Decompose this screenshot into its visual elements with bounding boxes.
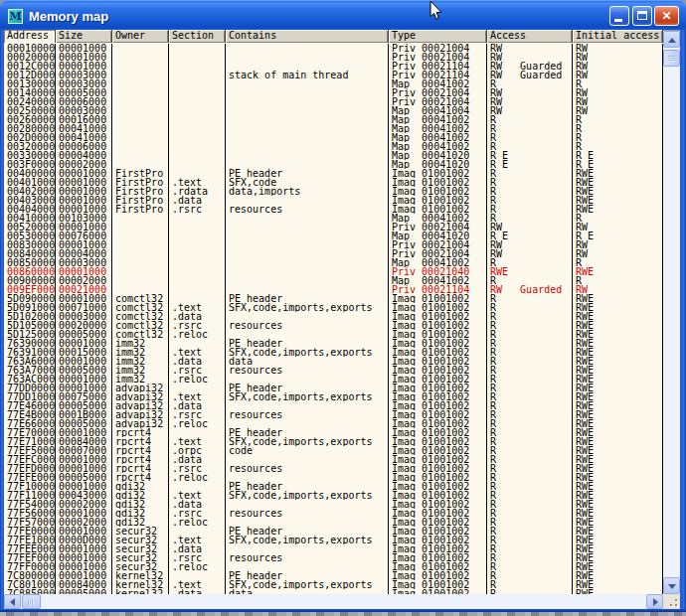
- vertical-scrollbar[interactable]: [663, 31, 680, 594]
- table-row[interactable]: 77E4B0000001B000advapi32.rsrcresourcesIm…: [4, 410, 663, 419]
- table-row[interactable]: 0024000000006000Priv 00021004RWRW: [4, 97, 663, 106]
- table-row[interactable]: 0090000000002000Map 00041002RR: [4, 276, 663, 285]
- cell-size: 00001000: [56, 482, 112, 491]
- table-row[interactable]: 5D09100000071000comctl32.textSFX,code,im…: [4, 303, 663, 312]
- table-row[interactable]: 77F5400000002000gdi32.dataImag 01001002R…: [4, 500, 663, 509]
- table-row[interactable]: 0086000000001000Priv 00021040RWERWE: [4, 267, 663, 276]
- column-header-section[interactable]: Section: [169, 30, 226, 43]
- table-row[interactable]: 0084000000004000Priv 00021004RWRW: [4, 249, 663, 258]
- vertical-scroll-thumb[interactable]: [663, 50, 680, 67]
- table-row[interactable]: 77EFE00000005000rpcrt4.relocImag 0100100…: [4, 473, 663, 482]
- table-row[interactable]: 0001000000001000Priv 00021004RWRW: [4, 44, 663, 53]
- table-row[interactable]: 5D10500000020000comctl32.rsrcresourcesIm…: [4, 321, 663, 330]
- table-row[interactable]: 7639100000015000imm32.textSFX,code,impor…: [4, 348, 663, 357]
- column-header-owner[interactable]: Owner: [112, 30, 169, 43]
- minimize-button[interactable]: [609, 6, 629, 26]
- table-row[interactable]: 77FE000000001000secur32PE headerImag 010…: [4, 527, 663, 536]
- table-row[interactable]: 763AC00000001000imm32.relocImag 01001002…: [4, 375, 663, 384]
- table-row[interactable]: 0052000000001000Priv 00021004RWRW: [4, 223, 663, 231]
- table-row[interactable]: 0040200000001000FirstPro.rdatadata,impor…: [4, 187, 663, 196]
- table-row[interactable]: 77E7000000001000rpcrt4PE headerImag 0100…: [4, 428, 663, 437]
- cell-size: 00005000: [56, 330, 112, 339]
- column-header-contains[interactable]: Contains: [226, 30, 389, 43]
- table-row[interactable]: 77DD100000075000advapi32.textSFX,code,im…: [4, 392, 663, 401]
- resize-grip[interactable]: [663, 594, 680, 609]
- table-row[interactable]: 0013000000003000Map 00041002RR: [4, 79, 663, 88]
- table-row[interactable]: 0014000000005000Priv 00021004RWRW: [4, 88, 663, 97]
- cell-owner: [112, 142, 169, 151]
- cell-initial-access: RWE: [573, 518, 663, 527]
- cell-size: 00076000: [56, 231, 112, 240]
- table-row[interactable]: 0040100000001000FirstPro.textSFX,codeIma…: [4, 178, 663, 187]
- close-icon: ✕: [661, 9, 671, 23]
- maximize-icon: [637, 11, 647, 20]
- table-row[interactable]: 77F1100000043000gdi32.textSFX,code,impor…: [4, 491, 663, 500]
- table-row[interactable]: 7C80100000084000kernel32.textSFX,code,im…: [4, 580, 663, 589]
- cell-type: Priv 00021004: [389, 223, 487, 231]
- table-row[interactable]: 0026000000016000Map 00041002RR: [4, 115, 663, 124]
- horizontal-scroll-thumb[interactable]: [22, 594, 41, 609]
- table-row[interactable]: 0041000000103000Map 00041002RR: [4, 214, 663, 223]
- table-row[interactable]: 5D10200000003000comctl32.dataImag 010010…: [4, 312, 663, 321]
- cell-initial-access: RWE: [573, 580, 663, 589]
- scroll-up-button[interactable]: [663, 31, 680, 48]
- table-row[interactable]: 0032000000006000Map 00041002RR: [4, 142, 663, 151]
- table-row[interactable]: 5D09000000001000comctl32PE headerImag 01…: [4, 294, 663, 303]
- table-row[interactable]: 5D12500000005000comctl32.relocImag 01001…: [4, 330, 663, 339]
- scroll-down-button[interactable]: [663, 577, 680, 594]
- table-row[interactable]: 77F1000000001000gdi32PE headerImag 01001…: [4, 482, 663, 491]
- column-header-size[interactable]: Size: [56, 30, 112, 43]
- table-row[interactable]: 77F5600000001000gdi32.rsrcresourcesImag …: [4, 509, 663, 518]
- close-button[interactable]: ✕: [654, 6, 679, 26]
- table-row[interactable]: 0040400000001000FirstPro.rsrcresourcesIm…: [4, 205, 663, 214]
- cell-contains: [226, 249, 389, 258]
- cell-contains: [226, 223, 389, 231]
- table-row[interactable]: 0040300000001000FirstPro.dataImag 010010…: [4, 196, 663, 205]
- table-row[interactable]: 77DD000000001000advapi32PE headerImag 01…: [4, 384, 663, 392]
- cell-owner: advapi32: [112, 410, 169, 419]
- table-row[interactable]: 0012C00000001000Priv 00021104RW GuardedR…: [4, 62, 663, 71]
- column-header-address[interactable]: Address: [4, 30, 56, 43]
- table-row[interactable]: 77E6600000005000advapi32.relocImag 01001…: [4, 419, 663, 428]
- table-row[interactable]: 0083000000001000Priv 00021004RWRW: [4, 240, 663, 249]
- horizontal-scrollbar[interactable]: [4, 594, 663, 609]
- table-row[interactable]: 77F5700000002000gdi32.relocImag 01001002…: [4, 518, 663, 527]
- table-row[interactable]: 77EFC00000001000rpcrt4.dataImag 01001002…: [4, 455, 663, 464]
- cell-contains: [226, 285, 389, 294]
- column-header-type[interactable]: Type: [389, 30, 487, 43]
- table-row[interactable]: 002D000000041000Map 00041002RR: [4, 133, 663, 142]
- table-row[interactable]: 0025000000003000Map 00041004RWRW: [4, 106, 663, 115]
- table-row[interactable]: 0028000000041000Map 00041002RR: [4, 124, 663, 133]
- table-row[interactable]: 0033000000004000Map 00041020R ER E: [4, 151, 663, 160]
- cell-access: R: [487, 312, 573, 321]
- table-row[interactable]: 77FEF00000001000secur32.rsrcresourcesIma…: [4, 553, 663, 562]
- table-row[interactable]: 77FEE00000001000secur32.dataImag 0100100…: [4, 544, 663, 553]
- table-row[interactable]: 003F000000002000Map 00041020R ER E: [4, 160, 663, 169]
- table-row[interactable]: 0040000000001000FirstProPE headerImag 01…: [4, 169, 663, 178]
- table-row[interactable]: 77FE10000000D000secur32.textSFX,code,imp…: [4, 536, 663, 544]
- titlebar[interactable]: M Memory map ✕: [0, 0, 686, 30]
- table-row[interactable]: 0085000000003000Map 00041002RR: [4, 258, 663, 267]
- table-row[interactable]: 77EF500000007000rpcrt4.orpccodeImag 0100…: [4, 446, 663, 455]
- table-row[interactable]: 77EFD00000001000rpcrt4.rsrcresourcesImag…: [4, 464, 663, 473]
- column-header-initial-access[interactable]: Initial access: [573, 30, 663, 43]
- cell-section: .data: [169, 401, 226, 410]
- table-row[interactable]: 0002000000001000Priv 00021004RWRW: [4, 53, 663, 62]
- table-row[interactable]: 7C80000000001000kernel32PE headerImag 01…: [4, 571, 663, 580]
- table-row[interactable]: 7639000000001000imm32PE headerImag 01001…: [4, 339, 663, 348]
- table-row[interactable]: 009EF00000021000Priv 00021104RW GuardedR…: [4, 285, 663, 294]
- table-row[interactable]: 77FF000000001000secur32.relocImag 010010…: [4, 562, 663, 571]
- table-row[interactable]: 77E4600000005000advapi32.dataImag 010010…: [4, 401, 663, 410]
- table-row[interactable]: 77E7100000084000rpcrt4.textSFX,code,impo…: [4, 437, 663, 446]
- table-row[interactable]: 0012D00000003000stack of main threadPriv…: [4, 71, 663, 79]
- table-row[interactable]: 763A600000001000imm32.datadataImag 01001…: [4, 357, 663, 366]
- table-row[interactable]: 0053000000076000Map 00041020R ER E: [4, 231, 663, 240]
- column-header-access[interactable]: Access: [487, 30, 573, 43]
- cell-size: 00003000: [56, 79, 112, 88]
- scroll-left-button[interactable]: [4, 594, 21, 609]
- maximize-button[interactable]: [632, 6, 652, 26]
- cell-initial-access: RWE: [573, 419, 663, 428]
- scroll-right-button[interactable]: [646, 594, 663, 609]
- table-row[interactable]: 763A700000005000imm32.rsrcresourcesImag …: [4, 366, 663, 375]
- cell-address: 5D102000: [4, 312, 56, 321]
